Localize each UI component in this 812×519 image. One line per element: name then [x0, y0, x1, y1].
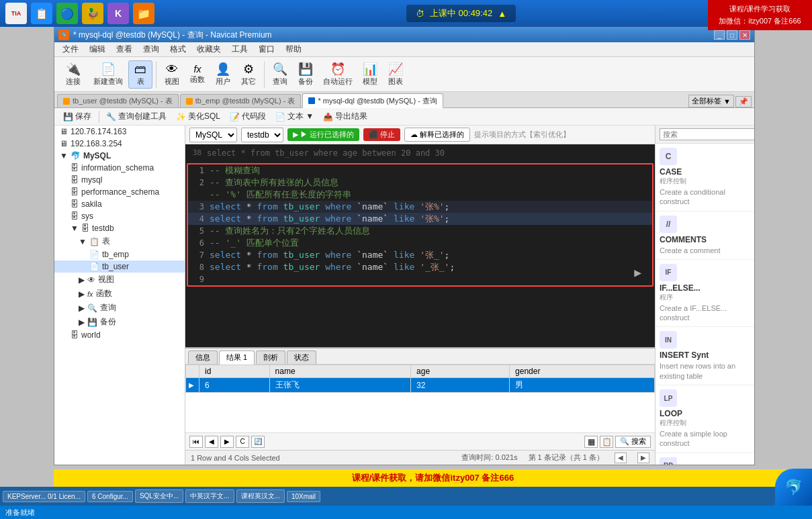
taskbar-bottom-item-2[interactable]: SQL安全中...: [135, 489, 183, 503]
menu-query[interactable]: 查询: [138, 42, 165, 56]
sidebar-item-server1[interactable]: 🖥 120.76.174.163: [54, 126, 185, 138]
sidebar-item-server2[interactable]: 🖥 192.168.3.254: [54, 138, 185, 150]
bottom-tab-status[interactable]: 状态: [287, 350, 316, 364]
bottom-form-view[interactable]: 📋: [600, 436, 613, 448]
minimize-btn[interactable]: _: [714, 30, 725, 40]
taskbar-icon-duck[interactable]: 🦆: [82, 3, 103, 24]
sidebar-item-tbuser[interactable]: 📄 tb_user: [54, 261, 185, 273]
sidebar-item-perf-schema[interactable]: 🗄 performance_schema: [54, 186, 185, 198]
sidebar-item-backup[interactable]: ▶ 💾 备份: [54, 315, 185, 329]
sidebar-item-tables[interactable]: ▼ 📋 表: [54, 234, 185, 248]
sidebar-item-testdb[interactable]: ▼ 🗄 testdb: [54, 222, 185, 234]
bottom-search[interactable]: 🔍 搜索: [615, 436, 651, 448]
action-text[interactable]: 📄 文本 ▼: [271, 109, 318, 124]
nav-next[interactable]: ▶: [220, 436, 234, 448]
tab-tbuser[interactable]: tb_user @testdb (MySQL) - 表: [57, 94, 179, 107]
taskbar-bottom-item-1[interactable]: 6 Configur...: [87, 491, 133, 502]
toolbar-func[interactable]: fx 函数: [185, 62, 210, 86]
bottom-tab-info[interactable]: 信息: [188, 350, 218, 364]
menu-tools[interactable]: 工具: [226, 42, 253, 56]
action-snippet[interactable]: 📝 代码段: [226, 109, 270, 124]
taskbar-bottom-item-3[interactable]: 中英汉字文...: [185, 489, 234, 503]
nav-refresh[interactable]: C: [236, 436, 249, 448]
menu-format[interactable]: 格式: [165, 42, 191, 56]
right-panel-item-loop[interactable]: LP LOOP 程序控制 Create a simple loop constr…: [656, 385, 754, 453]
tab-all-btn[interactable]: 全部标签 ▼: [688, 95, 734, 107]
line-num-9: 9: [188, 273, 210, 285]
toolbar-chart[interactable]: 📈 图表: [384, 60, 408, 88]
action-save[interactable]: 💾 保存: [58, 109, 96, 124]
sidebar-item-info-schema[interactable]: 🗄 information_schema: [54, 162, 185, 174]
tab-tbemp[interactable]: tb_emp @testdb (MySQL) - 表: [180, 94, 302, 107]
maximize-btn[interactable]: □: [727, 30, 737, 40]
toolbar-backup[interactable]: 💾 备份: [294, 60, 318, 88]
action-query-builder[interactable]: 🔧 查询创建工具: [102, 109, 171, 124]
sidebar-item-mysql-db[interactable]: 🗄 mysql: [54, 174, 185, 186]
bottom-grid-view[interactable]: ▦: [584, 436, 598, 448]
right-panel-item-comments[interactable]: // COMMENTS Create a comment: [656, 211, 754, 260]
taskbar-icon-tia[interactable]: TIA: [5, 3, 27, 24]
right-panel-item-ifelse[interactable]: IF IF...ELSE... 程序 Create a IF...ELSE...…: [656, 260, 754, 328]
toolbar-newquery[interactable]: 📄 新建查询: [89, 60, 127, 88]
server2-icon: 🖥: [60, 139, 68, 148]
toolbar-other[interactable]: ⚙ 其它: [236, 60, 261, 88]
tab-tbuser-label: tb_user @testdb (MySQL) - 表: [73, 96, 173, 106]
mysql-label: MySQL: [83, 151, 111, 160]
sidebar-item-functions[interactable]: ▶ fx 函数: [54, 287, 185, 301]
toolbar-autorun[interactable]: ⏰ 自动运行: [319, 60, 357, 88]
toolbar-connect[interactable]: 🔌 连接: [58, 60, 88, 88]
menu-edit[interactable]: 编辑: [84, 42, 111, 56]
taskbar-icon-k[interactable]: K: [107, 3, 129, 24]
loop-title: LOOP: [660, 409, 750, 418]
toolbar-model[interactable]: 📊 模型: [358, 60, 382, 88]
toolbar-query[interactable]: 🔍 查询: [268, 60, 292, 88]
nav-first[interactable]: ⏮: [189, 436, 203, 448]
sidebar-item-queries[interactable]: ▶ 🔍 查询: [54, 301, 185, 315]
db-selector[interactable]: testdb: [241, 128, 283, 142]
sidebar-item-mysql[interactable]: ▼ 🐬 MySQL: [54, 150, 185, 162]
toolbar-user[interactable]: 👤 用户: [211, 60, 235, 88]
menu-file[interactable]: 文件: [57, 42, 84, 56]
bottom-tab-profile[interactable]: 剖析: [256, 350, 285, 364]
nav-page-next[interactable]: ▶: [637, 453, 649, 463]
close-btn[interactable]: ✕: [739, 30, 750, 40]
action-export[interactable]: 📤 导出结果: [319, 109, 371, 124]
menu-help[interactable]: 帮助: [280, 42, 307, 56]
sidebar-item-world[interactable]: 🗄 world: [54, 329, 185, 341]
nav-prev[interactable]: ◀: [205, 436, 218, 448]
right-panel-item-case[interactable]: C CASE 程序控制 Create a conditional constru…: [656, 144, 754, 211]
taskbar-top: TIA 📋 🔵 🦆 K 📁 ⏱ 上课中 00:49:42 ▲ 登录 👤: [0, 0, 812, 27]
taskbar-icon-folder[interactable]: 📁: [133, 3, 154, 24]
db-type-selector[interactable]: MySQL: [189, 128, 237, 142]
taskbar-icon-clipboard[interactable]: 📋: [31, 3, 52, 24]
right-panel-search[interactable]: [660, 128, 754, 140]
toolbar-view[interactable]: 👁 视图: [160, 61, 184, 88]
menu-window[interactable]: 窗口: [253, 42, 280, 56]
nav-page-prev[interactable]: ◀: [615, 453, 627, 463]
code-editor[interactable]: 38 select * from tb_user where age betwe…: [185, 144, 655, 347]
menu-favorites[interactable]: 收藏夹: [191, 42, 226, 56]
taskbar-bottom-item-5[interactable]: 10Xmail: [287, 491, 320, 502]
bottom-tab-result1[interactable]: 结果 1: [219, 350, 255, 365]
action-beautify[interactable]: ✨ 美化SQL: [172, 109, 224, 124]
timer-arrow: ▲: [498, 9, 506, 19]
taskbar-icon-green[interactable]: 🔵: [56, 3, 78, 24]
run-selected-btn[interactable]: ▶ ▶ 运行已选择的: [287, 128, 359, 141]
sidebar-item-sakila[interactable]: 🗄 sakila: [54, 198, 185, 210]
menu-view[interactable]: 查看: [111, 42, 138, 56]
sidebar-item-tbemp[interactable]: 📄 tb_emp: [54, 248, 185, 261]
nav-reload[interactable]: 🔄: [251, 436, 265, 448]
toolbar-table[interactable]: 🗃 表: [128, 60, 152, 89]
taskbar-bottom-item-4[interactable]: 课程英汉文...: [236, 489, 285, 503]
taskbar-bottom-item-0[interactable]: KEPServer... 0/1 Licen...: [3, 491, 85, 502]
right-panel-item-insert[interactable]: IN INSERT Synt Insert new rows into an e…: [656, 327, 754, 385]
comments-title: COMMENTS: [660, 235, 750, 244]
stop-btn[interactable]: ⬛ 停止: [363, 128, 400, 141]
result-row-1[interactable]: ▶ 6 王张飞 32 男: [186, 378, 655, 393]
explain-btn[interactable]: ☁ 解释已选择的: [404, 128, 470, 142]
sidebar-item-views[interactable]: ▶ 👁 视图: [54, 273, 185, 287]
tab-pin-btn[interactable]: 📌: [735, 96, 752, 107]
tab-query[interactable]: * mysql-dql @testdb (MySQL) - 查询: [302, 93, 443, 108]
sidebar-item-sys[interactable]: 🗄 sys: [54, 210, 185, 222]
right-panel-item-repeat[interactable]: RP REPEAT 程序控制 Create a REPEAT construct…: [656, 453, 754, 465]
